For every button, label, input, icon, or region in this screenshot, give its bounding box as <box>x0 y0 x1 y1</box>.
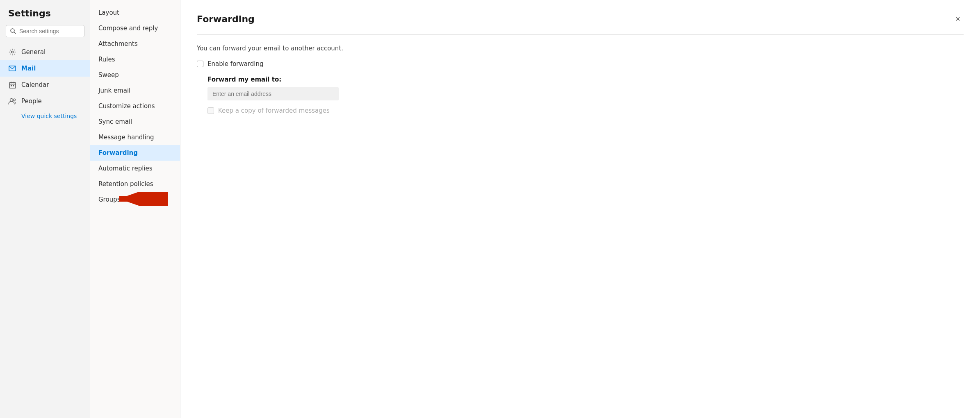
submenu-forwarding[interactable]: Forwarding <box>90 145 180 161</box>
sidebar-item-general[interactable]: General <box>0 44 90 60</box>
general-label: General <box>21 48 46 56</box>
sidebar-main: Settings General Mail <box>0 0 90 418</box>
submenu-retention-policies[interactable]: Retention policies <box>90 176 180 192</box>
enable-forwarding-checkbox[interactable] <box>197 61 203 67</box>
submenu-customize-actions[interactable]: Customize actions <box>90 98 180 114</box>
header-divider <box>197 34 964 35</box>
svg-rect-4 <box>9 82 16 88</box>
keep-copy-row: Keep a copy of forwarded messages <box>207 107 964 114</box>
submenu-compose-reply[interactable]: Compose and reply <box>90 20 180 36</box>
people-icon <box>8 97 16 105</box>
sidebar-item-calendar[interactable]: Calendar <box>0 77 90 93</box>
sidebar-item-people[interactable]: People <box>0 93 90 109</box>
search-input[interactable] <box>19 28 80 34</box>
submenu-message-handling[interactable]: Message handling <box>90 129 180 145</box>
view-quick-settings-link[interactable]: View quick settings <box>0 109 90 123</box>
main-header: Forwarding × <box>197 13 964 25</box>
forward-to-label: Forward my email to: <box>207 76 964 83</box>
svg-point-2 <box>11 51 14 53</box>
search-icon <box>10 28 16 34</box>
submenu-groups[interactable]: Groups <box>90 192 180 207</box>
svg-rect-8 <box>11 85 12 86</box>
svg-rect-9 <box>13 85 14 86</box>
keep-copy-label[interactable]: Keep a copy of forwarded messages <box>218 107 330 114</box>
enable-forwarding-row: Enable forwarding <box>197 60 964 68</box>
page-title: Forwarding <box>197 14 255 24</box>
mail-label: Mail <box>21 65 36 72</box>
calendar-label: Calendar <box>21 81 49 89</box>
email-input-wrapper <box>207 87 964 100</box>
sidebar-item-mail[interactable]: Mail <box>0 60 90 77</box>
enable-forwarding-label[interactable]: Enable forwarding <box>207 60 264 68</box>
close-button[interactable]: × <box>952 13 964 25</box>
sidebar-submenu: Layout Compose and reply Attachments Rul… <box>90 0 180 418</box>
submenu-rules[interactable]: Rules <box>90 52 180 67</box>
svg-line-1 <box>14 32 16 34</box>
gear-icon <box>8 48 16 56</box>
email-address-input[interactable] <box>207 87 339 100</box>
forwarding-description: You can forward your email to another ac… <box>197 45 964 52</box>
search-box[interactable] <box>6 25 84 37</box>
submenu-junk-email[interactable]: Junk email <box>90 83 180 98</box>
calendar-icon <box>8 81 16 89</box>
submenu-sweep[interactable]: Sweep <box>90 67 180 83</box>
keep-copy-checkbox[interactable] <box>207 107 214 114</box>
submenu-layout[interactable]: Layout <box>90 5 180 20</box>
submenu-automatic-replies[interactable]: Automatic replies <box>90 161 180 176</box>
people-label: People <box>21 98 42 105</box>
submenu-sync-email[interactable]: Sync email <box>90 114 180 129</box>
svg-point-11 <box>14 99 16 101</box>
submenu-attachments[interactable]: Attachments <box>90 36 180 52</box>
settings-title: Settings <box>0 8 90 25</box>
mail-icon <box>8 64 16 73</box>
main-content: Forwarding × You can forward your email … <box>180 0 980 418</box>
